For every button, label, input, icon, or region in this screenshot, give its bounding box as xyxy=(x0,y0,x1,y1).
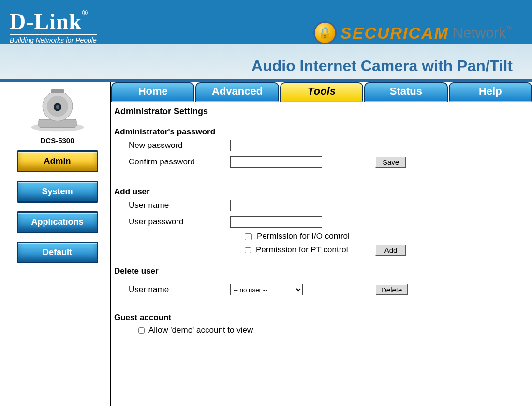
tab-tools[interactable]: Tools xyxy=(280,82,363,102)
header-banner: D-Link® Building Networks for People 🔒 S… xyxy=(0,0,532,82)
permission-pt-label: Permission for PT control xyxy=(256,245,348,255)
securicam-network-text: Network xyxy=(453,25,506,41)
sidebar-item-default[interactable]: Default xyxy=(17,242,98,263)
securicam-network: Network™ xyxy=(453,25,513,41)
brand-tagline: Building Networks for People xyxy=(10,34,97,44)
add-user-password-input[interactable] xyxy=(230,216,322,228)
brand-name: D-Link® xyxy=(10,9,97,34)
product-model: DCS-5300 xyxy=(14,136,101,145)
delete-button[interactable]: Delete xyxy=(375,284,408,295)
brand-logo: D-Link® Building Networks for People xyxy=(10,9,97,44)
allow-demo-label: Allow 'demo' account to view xyxy=(148,325,253,335)
tab-status[interactable]: Status xyxy=(364,82,447,102)
lock-icon: 🔒 xyxy=(313,21,337,44)
main-panel: Home Advanced Tools Status Help Administ… xyxy=(111,82,532,406)
sidebar-item-admin[interactable]: Admin xyxy=(17,150,98,172)
sidebar: DCS-5300 Admin System Applications Defau… xyxy=(0,82,111,406)
product-subtitle: Audio Internet Camera with Pan/Tilt xyxy=(251,57,513,75)
sidebar-item-applications[interactable]: Applications xyxy=(17,211,98,233)
delete-user-name-label: User name xyxy=(114,285,230,294)
svg-rect-6 xyxy=(51,89,64,93)
delete-user-select[interactable]: -- no user -- xyxy=(230,284,303,295)
trademark-symbol: ™ xyxy=(506,25,513,32)
permission-io-checkbox[interactable] xyxy=(245,233,252,240)
allow-demo-checkbox[interactable] xyxy=(138,327,145,334)
securicam-word: SECURICAM xyxy=(340,24,449,43)
sidebar-item-system[interactable]: System xyxy=(17,181,98,203)
permission-pt-checkbox[interactable] xyxy=(245,247,251,253)
add-button[interactable]: Add xyxy=(375,244,406,256)
content-area: Administrator Settings Administrator's p… xyxy=(111,102,532,336)
svg-point-5 xyxy=(56,105,59,109)
permission-io-label: Permission for I/O control xyxy=(257,232,350,241)
new-password-label: New password xyxy=(114,141,230,150)
guest-account-heading: Guest account xyxy=(114,313,523,322)
add-user-password-label: User password xyxy=(114,217,230,227)
confirm-password-label: Confirm password xyxy=(114,157,230,167)
tab-help[interactable]: Help xyxy=(449,82,532,102)
tab-advanced[interactable]: Advanced xyxy=(195,82,279,102)
admin-password-heading: Administrator's password xyxy=(114,127,523,137)
page-title: Administrator Settings xyxy=(114,106,523,117)
new-password-input[interactable] xyxy=(230,140,322,151)
product-image xyxy=(21,85,94,133)
add-user-name-label: User name xyxy=(114,201,230,210)
securicam-cam: CAM xyxy=(409,24,449,42)
add-user-heading: Add user xyxy=(114,187,523,197)
brand-name-text: D-Link xyxy=(10,9,82,34)
confirm-password-input[interactable] xyxy=(230,156,322,168)
securicam-securi: SECURI xyxy=(340,24,408,42)
delete-user-heading: Delete user xyxy=(114,266,523,276)
add-user-name-input[interactable] xyxy=(230,200,322,211)
top-tabs: Home Advanced Tools Status Help xyxy=(111,82,532,102)
product-line-logo: 🔒 SECURICAM Network™ xyxy=(313,21,513,44)
save-button[interactable]: Save xyxy=(375,156,406,168)
tab-home[interactable]: Home xyxy=(111,82,194,102)
